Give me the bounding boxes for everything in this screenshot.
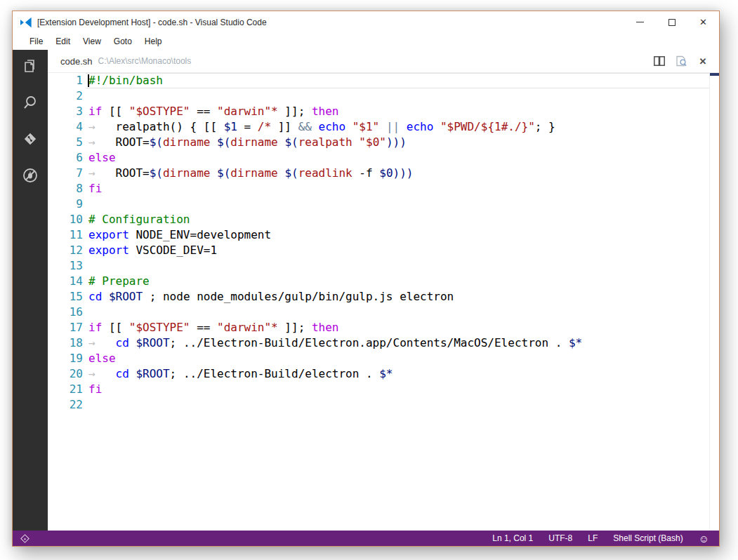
- line-number: 21: [48, 382, 83, 397]
- menu-bar: FileEditViewGotoHelp: [13, 33, 719, 50]
- code-line[interactable]: 9: [48, 196, 719, 212]
- desktop-background: [Extension Development Host] - code.sh -…: [0, 0, 738, 560]
- editor-group: code.sh C:\Alex\src\Monaco\tools: [48, 50, 719, 531]
- explorer-icon[interactable]: [21, 57, 39, 75]
- tab-bar: code.sh C:\Alex\src\Monaco\tools: [48, 50, 719, 73]
- scrollbar-overview-ruler[interactable]: [709, 73, 719, 531]
- code-line[interactable]: 17if [[ "$OSTYPE" == "darwin"* ]]; then: [48, 320, 719, 335]
- menu-item-edit[interactable]: Edit: [49, 34, 77, 48]
- title-bar: [Extension Development Host] - code.sh -…: [13, 11, 719, 33]
- menu-item-help[interactable]: Help: [138, 34, 169, 48]
- maximize-button[interactable]: [656, 11, 687, 33]
- code-text: if [[ "$OSTYPE" == "darwin"* ]]; then: [88, 320, 338, 335]
- code-line[interactable]: 14# Prepare: [48, 274, 719, 289]
- code-line[interactable]: 18→ cd $ROOT; ../Electron-Build/Electron…: [48, 335, 719, 351]
- close-tab-icon[interactable]: ✕: [697, 55, 709, 67]
- line-number: 3: [48, 104, 83, 119]
- code-line[interactable]: 2: [48, 88, 719, 104]
- code-line[interactable]: 12export VSCODE_DEV=1: [48, 243, 719, 258]
- code-line[interactable]: 16: [48, 305, 719, 320]
- line-number: 4: [48, 119, 83, 135]
- code-line[interactable]: 22: [48, 397, 719, 413]
- code-line[interactable]: 11export NODE_ENV=development: [48, 227, 719, 243]
- code-line[interactable]: 13: [48, 258, 719, 274]
- code-text: cd $ROOT ; node node_modules/gulp/bin/gu…: [88, 289, 454, 305]
- menu-item-file[interactable]: File: [23, 34, 49, 48]
- line-number: 15: [48, 289, 83, 305]
- code-text: → realpath() { [[ $1 = /* ]] && echo "$1…: [88, 119, 555, 135]
- workbench-body: code.sh C:\Alex\src\Monaco\tools: [13, 50, 719, 531]
- code-editor[interactable]: 1#!/bin/bash23if [[ "$OSTYPE" == "darwin…: [48, 73, 719, 531]
- git-diamond-icon: [20, 534, 29, 543]
- line-number: 12: [48, 243, 83, 258]
- code-line[interactable]: 15cd $ROOT ; node node_modules/gulp/bin/…: [48, 289, 719, 305]
- git-branch-button[interactable]: [13, 535, 28, 542]
- code-text: # Configuration: [88, 212, 190, 227]
- code-text: → cd $ROOT; ../Electron-Build/Electron.a…: [88, 335, 582, 351]
- code-line[interactable]: 7→ ROOT=$(dirname $(dirname $(readlink -…: [48, 166, 719, 181]
- code-line[interactable]: 6else: [48, 150, 719, 166]
- activity-bar: [13, 50, 48, 531]
- code-text: export VSCODE_DEV=1: [88, 243, 217, 258]
- menu-item-goto[interactable]: Goto: [107, 34, 138, 48]
- status-eol[interactable]: LF: [588, 533, 598, 543]
- minimize-icon: [636, 22, 644, 22]
- status-bar-right: Ln 1, Col 1UTF-8LFShell Script (Bash) ☺: [492, 533, 719, 544]
- tab-file-path: C:\Alex\src\Monaco\tools: [98, 56, 192, 66]
- code-text: → ROOT=$(dirname $(dirname $(readlink -f…: [88, 166, 413, 181]
- feedback-smiley-icon[interactable]: ☺: [699, 533, 709, 544]
- tab-actions: ✕: [653, 55, 719, 67]
- line-number: 14: [48, 274, 83, 289]
- tab-code-sh[interactable]: code.sh: [60, 56, 93, 67]
- line-number: 11: [48, 227, 83, 243]
- search-icon[interactable]: [21, 93, 39, 112]
- close-button[interactable]: ✕: [687, 11, 719, 33]
- vscode-logo-icon: [20, 17, 32, 28]
- window-controls: ✕: [624, 11, 719, 33]
- line-number: 2: [48, 88, 83, 104]
- line-number: 17: [48, 320, 83, 335]
- code-text: fi: [88, 382, 102, 397]
- code-text: export NODE_ENV=development: [88, 227, 271, 243]
- status-cursor-position[interactable]: Ln 1, Col 1: [492, 533, 533, 543]
- line-number: 5: [48, 135, 83, 150]
- line-number: 20: [48, 366, 83, 382]
- menu-item-view[interactable]: View: [77, 34, 107, 48]
- minimize-button[interactable]: [624, 11, 656, 33]
- cursor-overview-mark: [710, 73, 719, 76]
- code-text: → cd $ROOT; ../Electron-Build/electron .…: [88, 366, 393, 382]
- code-text: fi: [88, 181, 102, 196]
- code-text: → ROOT=$(dirname $(dirname $(realpath "$…: [88, 135, 407, 150]
- line-number: 9: [48, 196, 83, 212]
- code-line[interactable]: 8fi: [48, 181, 719, 196]
- window-title: [Extension Development Host] - code.sh -…: [37, 18, 267, 27]
- code-line[interactable]: 5→ ROOT=$(dirname $(dirname $(realpath "…: [48, 135, 719, 150]
- code-text: if [[ "$OSTYPE" == "darwin"* ]]; then: [88, 104, 338, 119]
- current-line-highlight: [86, 73, 709, 88]
- code-line[interactable]: 19else: [48, 351, 719, 366]
- debug-icon[interactable]: [21, 166, 39, 185]
- line-number: 13: [48, 258, 83, 274]
- line-number: 6: [48, 150, 83, 166]
- code-text: else: [88, 351, 116, 366]
- maximize-icon: [668, 19, 676, 26]
- code-line[interactable]: 10# Configuration: [48, 212, 719, 227]
- line-number: 1: [48, 73, 83, 88]
- status-bar: Ln 1, Col 1UTF-8LFShell Script (Bash) ☺: [13, 531, 719, 546]
- line-number: 7: [48, 166, 83, 181]
- status-language-mode[interactable]: Shell Script (Bash): [613, 533, 683, 543]
- code-line[interactable]: 21fi: [48, 382, 719, 397]
- line-number: 19: [48, 351, 83, 366]
- split-editor-icon[interactable]: [653, 55, 666, 67]
- line-number: 18: [48, 335, 83, 351]
- code-line[interactable]: 20→ cd $ROOT; ../Electron-Build/electron…: [48, 366, 719, 382]
- preview-icon[interactable]: [675, 55, 687, 67]
- status-encoding[interactable]: UTF-8: [548, 533, 572, 543]
- code-line[interactable]: 3if [[ "$OSTYPE" == "darwin"* ]]; then: [48, 104, 719, 119]
- git-icon[interactable]: [21, 130, 39, 148]
- line-number: 8: [48, 181, 83, 196]
- code-text: else: [88, 150, 116, 166]
- line-number: 16: [48, 305, 83, 320]
- code-line[interactable]: 4→ realpath() { [[ $1 = /* ]] && echo "$…: [48, 119, 719, 135]
- line-number: 10: [48, 212, 83, 227]
